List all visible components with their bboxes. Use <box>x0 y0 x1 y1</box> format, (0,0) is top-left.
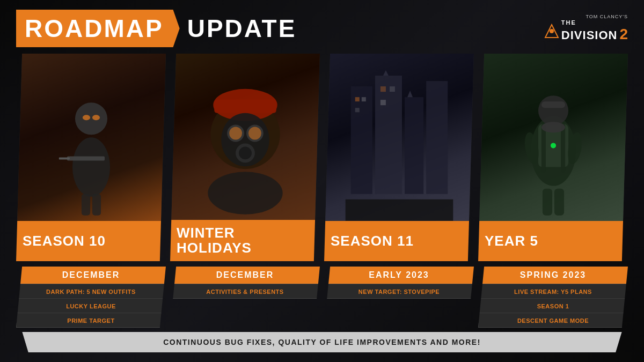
svg-point-17 <box>248 127 261 140</box>
svg-marker-32 <box>407 91 413 97</box>
division-logo: TOM CLANCY'S THE DIVISION 2 <box>544 14 628 43</box>
logo-division-text: THE DIVISION 2 <box>561 19 628 43</box>
svg-point-19 <box>239 146 252 159</box>
logo-tom-clancy: TOM CLANCY'S <box>586 14 628 19</box>
svg-point-41 <box>541 122 565 132</box>
logo-the-text: THE <box>561 19 628 26</box>
list-item: DESCENT GAME MODE <box>479 313 627 327</box>
timeline-header-text-early2023: EARLY 2023 <box>369 270 429 279</box>
timeline-header-text-december2: DECEMBER <box>216 270 274 279</box>
timeline-col-december1: DECEMBER DARK PATH: 5 NEW OUTFITS LUCKY … <box>16 267 166 328</box>
svg-rect-36 <box>541 124 545 172</box>
svg-rect-21 <box>350 86 372 194</box>
svg-rect-45 <box>554 189 564 216</box>
card-winter-holidays-image <box>170 54 320 220</box>
list-item: LIVE STREAM: Y5 PLANS <box>479 284 627 299</box>
timeline-col-spring2023: SPRING 2023 LIVE STREAM: Y5 PLANS SEASON… <box>478 267 628 328</box>
timeline-item-text: SEASON 1 <box>537 303 569 309</box>
card-season11: SEASON 11 <box>324 54 474 261</box>
card-season10-image <box>16 54 166 221</box>
title-roadmap-bg: ROADMAP <box>16 10 180 47</box>
timeline-item-text: LIVE STREAM: Y5 PLANS <box>514 289 592 295</box>
svg-rect-37 <box>561 124 565 172</box>
year5-character <box>493 70 613 221</box>
logo-division-label: DIVISION <box>561 29 618 41</box>
cards-row: SEASON 10 <box>16 54 628 261</box>
svg-rect-39 <box>541 101 565 108</box>
roadmap-title: ROADMAP UPDATE <box>16 10 296 47</box>
svg-rect-29 <box>389 86 394 92</box>
card-winter-holidays: WINTER HOLIDAYS <box>170 54 320 261</box>
timeline-header-text-spring2023: SPRING 2023 <box>520 270 586 279</box>
card-winter-holidays-label-bar: WINTER HOLIDAYS <box>170 220 320 261</box>
timeline-item-text: DARK PATH: 5 NEW OUTFITS <box>46 289 136 295</box>
timeline-header-december1: DECEMBER <box>16 267 166 284</box>
svg-rect-23 <box>405 97 423 194</box>
timeline-header-december2: DECEMBER <box>170 267 320 284</box>
card-year5: YEAR 5 <box>478 54 628 261</box>
svg-point-15 <box>229 127 242 140</box>
svg-point-20 <box>208 172 282 215</box>
timeline-item-text: PRIME TARGET <box>67 317 114 324</box>
card-year5-image <box>478 54 628 221</box>
svg-rect-12 <box>214 100 276 113</box>
logo-main: THE DIVISION 2 <box>544 19 628 43</box>
main-container: ROADMAP UPDATE TOM CLANCY'S THE DIVISION… <box>0 0 644 362</box>
svg-rect-33 <box>345 200 453 221</box>
list-item: PRIME TARGET <box>17 313 165 327</box>
svg-point-1 <box>550 29 554 33</box>
svg-rect-30 <box>380 100 385 105</box>
season11-scene <box>339 70 459 221</box>
bottom-banner: CONTINUOUS BUG FIXES, QUALITY OF LIFE IM… <box>16 332 628 352</box>
svg-point-2 <box>72 138 109 197</box>
svg-rect-24 <box>426 81 448 194</box>
timeline-item-text: NEW TARGET: STOVEPIPE <box>358 289 440 295</box>
timeline-header-spring2023: SPRING 2023 <box>478 267 628 284</box>
timeline-items-spring2023: LIVE STREAM: Y5 PLANS SEASON 1 DESCENT G… <box>478 284 628 328</box>
svg-point-4 <box>82 115 90 120</box>
winter-holidays-character <box>185 70 305 220</box>
svg-point-40 <box>550 143 555 149</box>
svg-rect-28 <box>380 86 385 92</box>
timeline-items-early2023: NEW TARGET: STOVEPIPE <box>324 284 474 299</box>
card-year5-label: YEAR 5 <box>485 233 538 249</box>
list-item: LUCKY LEAGUE <box>17 299 165 313</box>
svg-rect-27 <box>355 108 359 112</box>
timeline-item-text: LUCKY LEAGUE <box>66 303 116 309</box>
svg-rect-22 <box>375 76 401 194</box>
title-update: UPDATE <box>187 14 297 43</box>
timeline-items-december1: DARK PATH: 5 NEW OUTFITS LUCKY LEAGUE PR… <box>16 284 166 328</box>
timeline-header-text-december1: DECEMBER <box>62 270 120 279</box>
timeline-row: DECEMBER DARK PATH: 5 NEW OUTFITS LUCKY … <box>16 267 628 328</box>
card-season10-label: SEASON 10 <box>23 233 106 249</box>
card-year5-label-bar: YEAR 5 <box>478 221 628 261</box>
svg-rect-26 <box>361 97 365 101</box>
title-roadmap: ROADMAP <box>25 14 164 42</box>
list-item: NEW TARGET: STOVEPIPE <box>325 284 473 298</box>
svg-rect-8 <box>81 194 90 216</box>
season10-character <box>31 70 151 221</box>
list-item: ACTIVITIES & PRESENTS <box>171 284 319 298</box>
timeline-col-early2023: EARLY 2023 NEW TARGET: STOVEPIPE <box>324 267 474 328</box>
card-season11-image <box>324 54 474 221</box>
svg-point-3 <box>75 102 107 135</box>
svg-rect-44 <box>542 189 552 216</box>
card-season11-label-bar: SEASON 11 <box>324 221 474 261</box>
svg-rect-7 <box>58 158 69 160</box>
list-item: SEASON 1 <box>479 299 627 313</box>
card-season11-label: SEASON 11 <box>331 233 414 249</box>
svg-point-38 <box>538 95 568 125</box>
bottom-banner-text: CONTINUOUS BUG FIXES, QUALITY OF LIFE IM… <box>163 338 481 346</box>
logo-2: 2 <box>619 26 628 43</box>
card-winter-holidays-label: WINTER HOLIDAYS <box>177 225 252 256</box>
card-season10: SEASON 10 <box>16 54 166 261</box>
card-season10-label-bar: SEASON 10 <box>16 221 166 261</box>
svg-marker-31 <box>383 70 388 76</box>
timeline-item-text: ACTIVITIES & PRESENTS <box>206 289 283 295</box>
timeline-header-early2023: EARLY 2023 <box>324 267 474 284</box>
svg-point-5 <box>92 115 100 120</box>
svg-rect-6 <box>67 157 104 161</box>
timeline-col-december2: DECEMBER ACTIVITIES & PRESENTS <box>170 267 320 328</box>
division-icon <box>544 24 559 39</box>
timeline-item-text: DESCENT GAME MODE <box>517 317 589 324</box>
